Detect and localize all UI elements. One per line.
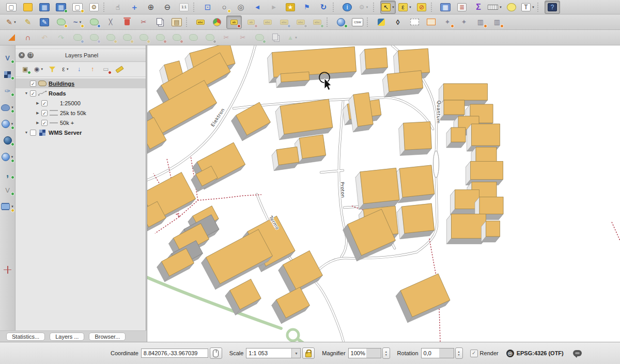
csw-catalog-button[interactable]: CSW bbox=[350, 16, 365, 28]
dropdown-arrow-icon[interactable]: ▼ bbox=[532, 6, 535, 9]
move-feature-button[interactable] bbox=[87, 16, 101, 28]
save-project-as-button[interactable]: ▦ bbox=[54, 1, 68, 13]
node-tool-button[interactable]: ╳ bbox=[103, 16, 118, 28]
add-wms-layer-button[interactable]: ▼ bbox=[1, 118, 15, 130]
add-vector-layer-button[interactable]: V bbox=[1, 52, 15, 64]
filter-legend-button[interactable] bbox=[46, 64, 58, 75]
disclosure-triangle-icon[interactable]: ▼ bbox=[23, 131, 30, 134]
add-group-button[interactable]: ▣ bbox=[19, 64, 32, 75]
layer-visibility-checkbox[interactable]: ✓ bbox=[41, 120, 48, 126]
current-edits-button[interactable]: ✎▼ bbox=[4, 16, 19, 28]
dropdown-arrow-icon[interactable]: ▼ bbox=[392, 6, 395, 9]
paste-features-button[interactable]: ▤ bbox=[169, 16, 184, 28]
layer-visibility-checkbox[interactable]: ✓ bbox=[30, 90, 36, 97]
add-wcs-layer-button[interactable] bbox=[1, 134, 15, 147]
disclosure-triangle-icon[interactable]: ▼ bbox=[23, 91, 30, 95]
cut-features-button[interactable]: ✂ bbox=[136, 16, 151, 28]
add-wfs-layer-button[interactable]: ▼ bbox=[1, 151, 15, 163]
add-circular-string-button[interactable]: ~▼ bbox=[70, 16, 85, 28]
layer-labeling-options-button[interactable] bbox=[210, 16, 224, 28]
select-by-expression-button[interactable]: ε▼ bbox=[398, 1, 412, 13]
refresh-map-button[interactable]: ↻ bbox=[316, 1, 331, 13]
map-tips-button[interactable] bbox=[504, 1, 519, 13]
help-button[interactable]: ? bbox=[545, 1, 560, 14]
metasearch-button[interactable] bbox=[334, 16, 348, 28]
zoom-full-button[interactable]: ⊡ bbox=[200, 1, 215, 13]
dropdown-arrow-icon[interactable]: ▼ bbox=[499, 6, 502, 9]
zoom-to-layer-button[interactable]: ◎ bbox=[234, 1, 248, 13]
layer-visibility-checkbox[interactable]: ✓ bbox=[41, 100, 48, 106]
layer-item-buildings[interactable]: ✓Buildings bbox=[16, 78, 146, 88]
select-rectangle-button[interactable]: ↖▼ bbox=[380, 1, 396, 14]
zoom-last-button[interactable]: ◀ bbox=[250, 1, 265, 13]
layer-item-25k-to-50k[interactable]: ▶✓25k to 50k bbox=[16, 108, 146, 118]
show-bookmarks-button[interactable]: ⚑ bbox=[300, 1, 314, 13]
collapse-all-button[interactable]: ↑ bbox=[86, 64, 99, 75]
show-statistics-button[interactable]: Σ bbox=[471, 1, 486, 13]
python-console-button[interactable] bbox=[374, 16, 389, 28]
add-spatialite-layer-button[interactable]: ✑ bbox=[1, 85, 15, 97]
layer-visibility-checkbox[interactable]: ✓ bbox=[30, 81, 36, 87]
filter-by-expression-button[interactable]: ε▼ bbox=[59, 64, 72, 75]
tab-statistics[interactable]: Statistics... bbox=[6, 333, 45, 341]
dropdown-arrow-icon[interactable]: ▼ bbox=[409, 6, 412, 9]
processing-toolbox-button[interactable]: ✦ bbox=[440, 16, 455, 28]
new-composer-button[interactable]: ▢ bbox=[70, 1, 85, 13]
new-bookmark-button[interactable]: ★ bbox=[283, 1, 298, 13]
panel-close-icon[interactable]: ✕ bbox=[19, 52, 25, 58]
new-shapefile-layer-button[interactable]: V bbox=[1, 184, 15, 196]
zoom-in-button[interactable]: ⊕ bbox=[144, 1, 158, 13]
dropdown-arrow-icon[interactable]: ▼ bbox=[40, 68, 43, 71]
rotation-stepper[interactable]: ▲▼ bbox=[455, 347, 463, 359]
pin-unpin-labels-button[interactable]: ab bbox=[226, 15, 242, 29]
layer-item-1-25000[interactable]: ▶✓1:25000 bbox=[16, 98, 146, 108]
labeling-button[interactable]: abc bbox=[193, 16, 208, 28]
pan-to-selection-button[interactable]: ＋ bbox=[127, 1, 142, 13]
dropdown-arrow-icon[interactable]: ▼ bbox=[66, 68, 69, 71]
disclosure-triangle-icon[interactable]: ▶ bbox=[34, 121, 41, 125]
remove-layer-button[interactable]: ▭ bbox=[100, 64, 112, 75]
messages-icon[interactable] bbox=[573, 350, 582, 356]
snapping-options-button[interactable]: ∩ bbox=[21, 31, 35, 44]
delete-selected-button[interactable] bbox=[120, 16, 134, 28]
chevron-down-icon[interactable]: ▼ bbox=[291, 349, 300, 358]
cad-tools-button[interactable] bbox=[4, 31, 19, 44]
expand-all-button[interactable]: ↓ bbox=[73, 64, 85, 75]
clean-legend-button[interactable] bbox=[113, 64, 126, 75]
tab-browser[interactable]: Browser... bbox=[89, 333, 126, 341]
dropdown-arrow-icon[interactable]: ▼ bbox=[11, 155, 14, 159]
zoom-to-selection-button[interactable]: ○ bbox=[217, 1, 231, 13]
annotation-rectangle-button[interactable] bbox=[407, 16, 422, 28]
render-checkbox[interactable]: ✓ bbox=[470, 350, 478, 357]
map-canvas[interactable]: ElektronQuantumProtonTermo bbox=[147, 45, 620, 342]
tab-layers[interactable]: Layers ... bbox=[50, 333, 84, 341]
crs-globe-icon[interactable]: ⊕ bbox=[506, 350, 514, 357]
pan-map-button[interactable]: ☝ bbox=[111, 1, 125, 13]
add-delimited-text-layer-button[interactable]: , bbox=[1, 167, 15, 180]
new-project-button[interactable]: ▢ bbox=[4, 1, 19, 13]
toggle-editing-button[interactable]: ✎ bbox=[21, 16, 35, 28]
add-postgis-layer-button[interactable]: ▼ bbox=[1, 101, 15, 114]
dropdown-arrow-icon[interactable]: ▼ bbox=[11, 122, 14, 125]
panel-detach-icon[interactable]: ❐ bbox=[27, 52, 34, 58]
layer-visibility-checkbox[interactable]: ✓ bbox=[41, 110, 48, 116]
crs-status[interactable]: EPSG:4326 (OTF) bbox=[517, 350, 564, 356]
magnifier-stepper[interactable]: ▲▼ bbox=[382, 347, 390, 359]
annotation-frame-button[interactable] bbox=[424, 16, 438, 28]
add-virtual-layer-button[interactable]: ▼ bbox=[1, 200, 15, 213]
processing-wand-button[interactable]: ✦ bbox=[457, 16, 471, 28]
scale-lock-button[interactable] bbox=[302, 347, 315, 359]
style-manager-check-button[interactable]: ▥ bbox=[473, 16, 488, 28]
style-manager-add-button[interactable]: ▥ bbox=[490, 16, 504, 28]
dropdown-arrow-icon[interactable]: ▼ bbox=[13, 21, 17, 24]
layer-visibility-checkbox[interactable] bbox=[30, 130, 36, 136]
text-annotation-button[interactable]: T▼ bbox=[521, 1, 535, 13]
dropdown-arrow-icon[interactable]: ▼ bbox=[365, 6, 368, 9]
add-feature-button[interactable] bbox=[54, 16, 68, 28]
topology-checker-button[interactable]: ◊ bbox=[391, 16, 405, 28]
zoom-native-button[interactable]: 1:1 bbox=[177, 1, 191, 13]
disclosure-triangle-icon[interactable]: ▶ bbox=[34, 101, 41, 105]
open-project-button[interactable] bbox=[21, 1, 35, 13]
disclosure-triangle-icon[interactable]: ▶ bbox=[34, 111, 41, 115]
dropdown-arrow-icon[interactable]: ▼ bbox=[79, 21, 82, 24]
